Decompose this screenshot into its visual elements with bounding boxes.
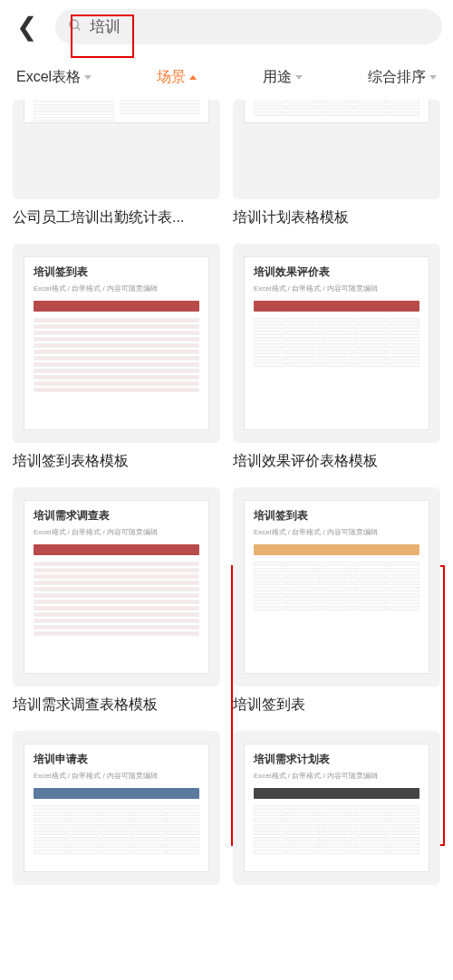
results-grid: 公司员工培训出勤统计表...培训计划表格模板培训签到表Excel格式 / 自带格… [0, 100, 453, 898]
back-button[interactable]: ❮ [11, 12, 43, 42]
template-thumbnail[interactable]: 培训申请表Excel格式 / 自带格式 / 内容可随意编辑 [13, 731, 220, 885]
template-thumbnail[interactable]: 培训需求计划表Excel格式 / 自带格式 / 内容可随意编辑 [233, 731, 440, 885]
template-thumbnail[interactable]: 培训签到表Excel格式 / 自带格式 / 内容可随意编辑 [13, 244, 220, 443]
template-thumbnail[interactable] [13, 100, 220, 199]
chevron-down-icon [84, 75, 92, 80]
filter-bar: Excel表格场景用途综合排序 [0, 53, 453, 100]
filter-0[interactable]: Excel表格 [16, 68, 92, 87]
template-title: 培训计划表格模板 [233, 208, 440, 227]
svg-line-1 [77, 27, 80, 30]
chevron-down-icon [429, 75, 437, 80]
template-card[interactable]: 培训计划表格模板 [233, 100, 440, 227]
template-thumbnail[interactable]: 培训效果评价表Excel格式 / 自带格式 / 内容可随意编辑 [233, 244, 440, 443]
template-thumbnail[interactable] [233, 100, 440, 199]
chevron-up-icon [189, 75, 197, 80]
template-card[interactable]: 公司员工培训出勤统计表... [13, 100, 220, 227]
template-card[interactable]: 培训效果评价表Excel格式 / 自带格式 / 内容可随意编辑培训效果评价表格模… [233, 244, 440, 471]
template-title: 培训签到表格模板 [13, 452, 220, 471]
template-card[interactable]: 培训申请表Excel格式 / 自带格式 / 内容可随意编辑 [13, 731, 220, 885]
template-card[interactable]: 培训签到表Excel格式 / 自带格式 / 内容可随意编辑培训签到表 [233, 487, 440, 715]
template-title: 培训签到表 [233, 696, 440, 715]
search-bar[interactable]: 培训 [55, 9, 442, 44]
template-thumbnail[interactable]: 培训需求调查表Excel格式 / 自带格式 / 内容可随意编辑 [13, 487, 220, 687]
search-icon [68, 18, 82, 36]
svg-point-0 [70, 20, 78, 28]
chevron-down-icon [295, 75, 303, 80]
template-card[interactable]: 培训需求调查表Excel格式 / 自带格式 / 内容可随意编辑培训需求调查表格模… [13, 487, 220, 715]
filter-2[interactable]: 用途 [263, 68, 303, 87]
header: ❮ 培训 [0, 0, 453, 53]
template-card[interactable]: 培训需求计划表Excel格式 / 自带格式 / 内容可随意编辑 [233, 731, 440, 885]
template-title: 培训需求调查表格模板 [13, 696, 220, 715]
filter-3[interactable]: 综合排序 [368, 68, 437, 87]
template-thumbnail[interactable]: 培训签到表Excel格式 / 自带格式 / 内容可随意编辑 [233, 487, 440, 687]
template-card[interactable]: 培训签到表Excel格式 / 自带格式 / 内容可随意编辑培训签到表格模板 [13, 244, 220, 471]
filter-1[interactable]: 场景 [157, 68, 197, 87]
template-title: 公司员工培训出勤统计表... [13, 208, 220, 227]
template-title: 培训效果评价表格模板 [233, 452, 440, 471]
search-input[interactable]: 培训 [90, 16, 120, 37]
